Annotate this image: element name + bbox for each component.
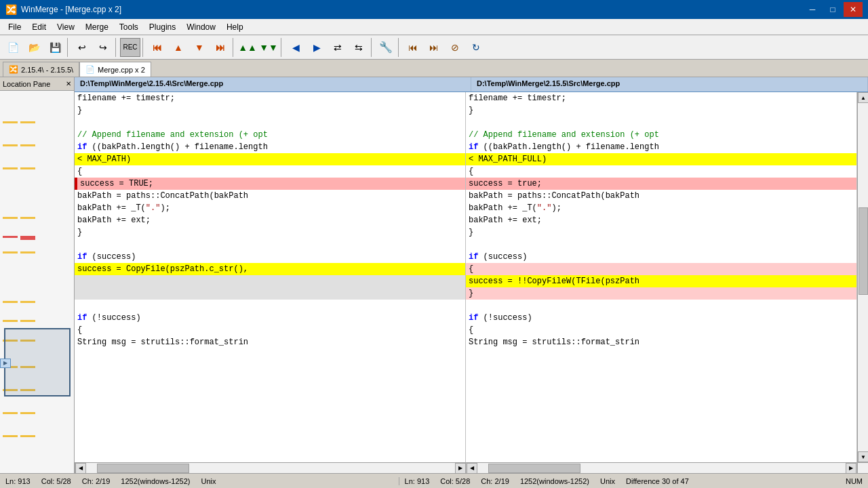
menu-view[interactable]: View: [52, 21, 80, 33]
rcode-text-8: success = true;: [466, 178, 545, 190]
menu-plugins[interactable]: Plugins: [144, 21, 181, 33]
diff-header-right: D:\Temp\WinMerge\2.15.5\Src\Merge.cpp: [471, 77, 868, 92]
hscroll-area: ◀ ▶ ◀ ▶: [75, 462, 868, 473]
code-line-14: if (success): [75, 251, 465, 263]
status-right-eol: Unix: [600, 477, 615, 485]
rcode-line-11: bakPath += ext;: [466, 214, 856, 226]
location-pane-close[interactable]: ✕: [66, 80, 71, 87]
code-line-12: }: [75, 226, 465, 239]
script-button[interactable]: REC: [120, 38, 140, 57]
open-button[interactable]: 📂: [24, 38, 44, 57]
diff-pane-left[interactable]: filename += timestr; } // Append filenam…: [75, 92, 466, 462]
code-line-21: String msg = strutils::format_strin: [75, 336, 465, 348]
refresh-button[interactable]: ↻: [466, 38, 486, 57]
code-text-19: if (!success): [75, 312, 144, 324]
maximize-button[interactable]: □: [823, 2, 842, 17]
location-viewport: [4, 328, 71, 397]
location-pane-label: Location Pane: [3, 80, 50, 88]
tab-merge-icon: 📄: [85, 65, 95, 74]
save-button[interactable]: 💾: [45, 38, 65, 57]
hscroll-right-thumb[interactable]: [488, 464, 580, 473]
rcode-text-19: if (!success): [466, 312, 535, 324]
menu-window[interactable]: Window: [181, 21, 221, 33]
tab-merge[interactable]: 📄 Merge.cpp x 2: [79, 62, 151, 77]
rcode-text-13: [466, 239, 476, 251]
options-button[interactable]: 🔧: [376, 38, 396, 57]
vscroll-track[interactable]: [858, 103, 868, 451]
next-diff-button[interactable]: ▼: [189, 38, 210, 57]
menu-tools[interactable]: Tools: [114, 21, 144, 33]
status-left-ln: Ln: 913: [5, 477, 31, 485]
copy-left-button[interactable]: ◀: [285, 38, 306, 57]
menu-file[interactable]: File: [3, 21, 26, 33]
loc-marker-2: [3, 144, 18, 146]
code-text-10: bakPath += _T(".");: [75, 202, 173, 214]
rcode-line-12: }: [466, 226, 856, 239]
redo-button[interactable]: ↪: [93, 38, 113, 57]
diff-view: D:\Temp\WinMerge\2.15.4\Src\Merge.cpp D:…: [75, 77, 868, 473]
hscroll-left-arrow-left[interactable]: ◀: [75, 463, 86, 473]
rcode-text-20: {: [466, 324, 476, 336]
code-text-11: bakPath += ext;: [75, 214, 153, 226]
rcode-line-3: [466, 117, 856, 129]
vscroll-down[interactable]: ▼: [858, 451, 868, 462]
next-conflict-button[interactable]: ▼▼: [258, 38, 279, 57]
code-line-3: [75, 117, 465, 129]
hscroll-right-arrow-right[interactable]: ▶: [846, 463, 856, 473]
first-diff-button[interactable]: ⏮: [147, 38, 167, 57]
status-right-ch: Ch: 2/19: [481, 477, 509, 485]
menu-merge[interactable]: Merge: [80, 21, 114, 33]
prev-conflict-button[interactable]: ▲▲: [237, 38, 258, 57]
menu-help[interactable]: Help: [221, 21, 249, 33]
dir-prev-button[interactable]: ⏮: [403, 38, 423, 57]
new-button[interactable]: 📄: [3, 38, 23, 57]
rcode-line-9: bakPath = paths::ConcatPath(bakPath: [466, 190, 856, 202]
tab-folder[interactable]: 🔀 2.15.4\ - 2.15.5\: [3, 62, 79, 77]
code-text-7: {: [75, 165, 85, 178]
hscroll-left-track[interactable]: [86, 464, 455, 473]
copy-right-button[interactable]: ▶: [307, 38, 327, 57]
diff-pane-right[interactable]: filename += timestr; } // Append filenam…: [466, 92, 857, 462]
rcode-line-8: success = true;: [466, 178, 856, 190]
viewport-arrow: ▶: [0, 359, 11, 368]
loc-marker-r3: [20, 167, 35, 169]
rcode-text-5: if ((bakPath.length() + filename.length: [466, 141, 662, 153]
last-diff-button[interactable]: ⏭: [210, 38, 231, 57]
menu-edit[interactable]: Edit: [26, 21, 52, 33]
rcode-line-14: if (success): [466, 251, 856, 263]
code-text-12: }: [75, 226, 85, 239]
status-left-ch: Ch: 2/19: [82, 477, 111, 485]
hscroll-right[interactable]: ◀ ▶: [467, 463, 858, 473]
undo-button[interactable]: ↩: [72, 38, 92, 57]
vscroll-up[interactable]: ▲: [858, 92, 868, 103]
toolbar-separator-3: [142, 38, 145, 57]
rcode-text-10: bakPath += _T(".");: [466, 202, 564, 214]
code-line-10: bakPath += _T(".");: [75, 202, 465, 214]
copy-all-button[interactable]: ⇆: [349, 38, 369, 57]
code-line-4: // Append filename and extension (+ opt: [75, 129, 465, 141]
hscroll-left[interactable]: ◀ ▶: [75, 463, 467, 473]
hscroll-left-arrow-right[interactable]: ▶: [455, 463, 466, 473]
minimize-button[interactable]: ─: [803, 2, 822, 17]
code-line-5: if ((bakPath.length() + filename.length: [75, 141, 465, 153]
code-text-4: // Append filename and extension (+ opt: [75, 129, 271, 141]
close-button[interactable]: ✕: [844, 2, 863, 17]
prev-diff-button[interactable]: ▲: [168, 38, 189, 57]
diff-pane-left-inner[interactable]: filename += timestr; } // Append filenam…: [75, 92, 465, 462]
loc-marker-12: [3, 412, 18, 414]
dir-skip-button[interactable]: ⊘: [445, 38, 465, 57]
dir-next-button[interactable]: ⏭: [424, 38, 444, 57]
hscroll-right-track[interactable]: [477, 464, 846, 473]
toolbar-separator-1: [67, 38, 70, 57]
copy-both-button[interactable]: ⇄: [328, 38, 348, 57]
rcode-line-7: {: [466, 165, 856, 178]
rcode-text-4: // Append filename and extension (+ opt: [466, 129, 662, 141]
rcode-line-15: {: [466, 263, 856, 275]
status-pane-right: Ln: 913 Col: 5/28 Ch: 2/19 1252(windows-…: [399, 477, 868, 485]
diff-pane-right-inner[interactable]: filename += timestr; } // Append filenam…: [466, 92, 856, 462]
hscroll-right-arrow-left[interactable]: ◀: [467, 463, 477, 473]
vertical-scrollbar[interactable]: ▲ ▼: [857, 92, 868, 462]
hscroll-left-thumb[interactable]: [97, 464, 189, 473]
loc-marker-4: [3, 217, 18, 219]
vscroll-thumb[interactable]: [859, 207, 868, 295]
